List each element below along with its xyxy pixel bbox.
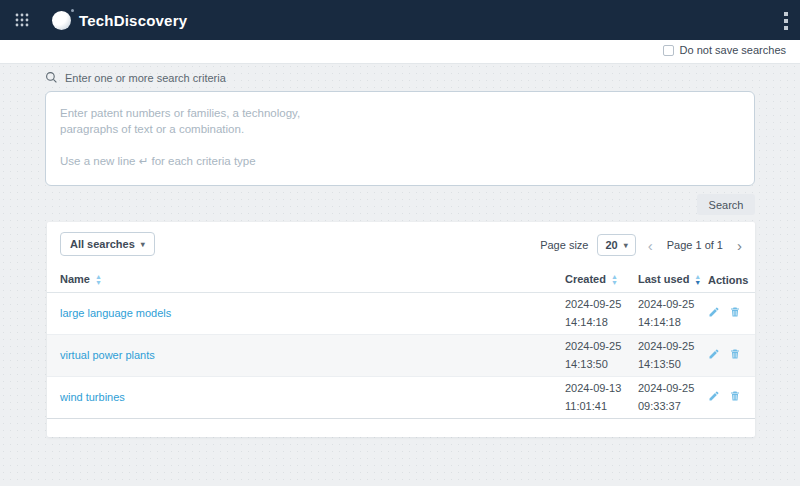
next-page-button[interactable]: › bbox=[734, 238, 745, 253]
all-searches-label: All searches bbox=[70, 238, 135, 250]
page-size-value: 20 bbox=[605, 239, 617, 251]
saved-searches-panel: All searches ▾ Page size 20 ▾ ‹ Page 1 o… bbox=[47, 222, 755, 437]
column-header-created[interactable]: Created▲▼ bbox=[565, 268, 638, 292]
do-not-save-label: Do not save searches bbox=[680, 44, 786, 56]
search-criteria-heading: Enter one or more search criteria bbox=[45, 71, 226, 84]
page-size-label: Page size bbox=[540, 239, 588, 251]
prev-page-button[interactable]: ‹ bbox=[645, 238, 656, 253]
sort-icon[interactable]: ▲▼ bbox=[95, 274, 102, 286]
search-criteria-input[interactable] bbox=[45, 91, 755, 186]
chevron-down-icon: ▾ bbox=[141, 240, 145, 249]
all-searches-dropdown[interactable]: All searches ▾ bbox=[60, 232, 155, 256]
chevron-down-icon: ▾ bbox=[624, 241, 628, 250]
column-header-name[interactable]: Name▲▼ bbox=[47, 268, 565, 292]
search-button[interactable]: Search bbox=[697, 194, 755, 215]
table-header-row: Name▲▼ Created▲▼ Last used▲▼ Actions bbox=[47, 268, 755, 292]
page-size-select[interactable]: 20 ▾ bbox=[597, 234, 635, 256]
delete-trash-icon[interactable] bbox=[729, 390, 741, 404]
saved-search-link[interactable]: wind turbines bbox=[60, 391, 125, 403]
saved-search-link[interactable]: virtual power plants bbox=[60, 349, 155, 361]
edit-pencil-icon[interactable] bbox=[708, 306, 720, 320]
do-not-save-checkbox[interactable] bbox=[663, 45, 674, 56]
edit-pencil-icon[interactable] bbox=[708, 390, 720, 404]
do-not-save-row[interactable]: Do not save searches bbox=[663, 44, 786, 56]
search-icon bbox=[45, 71, 58, 84]
delete-trash-icon[interactable] bbox=[729, 348, 741, 362]
table-row: wind turbines 2024-09-1311:01:41 2024-09… bbox=[47, 376, 755, 418]
sort-icon[interactable]: ▲▼ bbox=[611, 274, 618, 286]
table-row: virtual power plants 2024-09-2514:13:50 … bbox=[47, 334, 755, 376]
column-header-actions: Actions bbox=[708, 268, 755, 292]
kebab-menu-icon[interactable] bbox=[782, 10, 790, 32]
search-criteria-label: Enter one or more search criteria bbox=[65, 72, 226, 84]
sort-icon[interactable]: ▲▼ bbox=[694, 274, 701, 286]
saved-search-link[interactable]: large language models bbox=[60, 307, 171, 319]
pagination-controls: Page size 20 ▾ ‹ Page 1 of 1 › bbox=[540, 234, 745, 256]
app-header: TechDiscovery bbox=[0, 0, 800, 40]
brand-logo-icon bbox=[52, 11, 71, 30]
saved-searches-table: Name▲▼ Created▲▼ Last used▲▼ Actions lar… bbox=[47, 268, 755, 419]
top-strip: Do not save searches bbox=[0, 40, 800, 64]
app-grid-icon[interactable] bbox=[14, 12, 30, 28]
table-row: large language models 2024-09-2514:14:18… bbox=[47, 292, 755, 334]
app-title: TechDiscovery bbox=[79, 12, 187, 29]
page-indicator: Page 1 of 1 bbox=[667, 239, 723, 251]
edit-pencil-icon[interactable] bbox=[708, 348, 720, 362]
column-header-last-used[interactable]: Last used▲▼ bbox=[638, 268, 708, 292]
results-toolbar: All searches ▾ Page size 20 ▾ ‹ Page 1 o… bbox=[47, 222, 755, 268]
delete-trash-icon[interactable] bbox=[729, 306, 741, 320]
